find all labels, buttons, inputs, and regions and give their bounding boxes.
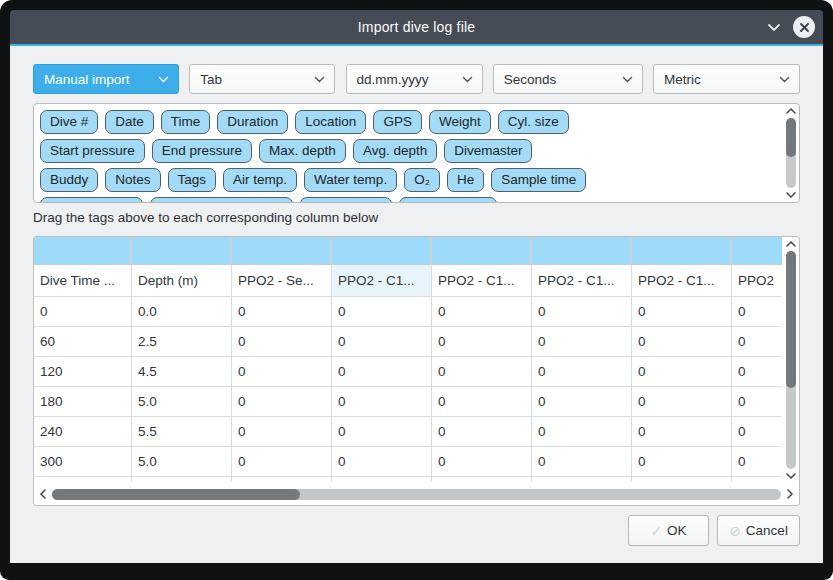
tag[interactable]: GPS [373,110,422,134]
table-cell: 0 [532,417,632,447]
tag[interactable]: Location [295,110,366,134]
import-type-select[interactable]: Manual import [33,64,179,94]
column-header[interactable]: Depth (m) [132,265,232,297]
tag[interactable]: Date [105,110,154,134]
table-cell: 5.0 [132,447,232,477]
table-row: 300 5.0 0 0 0 0 0 0 [34,447,782,477]
tag[interactable]: End pressure [152,139,252,163]
table-cell: 0 [732,417,782,447]
table-cell: 0 [232,387,332,417]
column-drop-target[interactable] [732,237,782,264]
tag[interactable]: Sample pO₂ [300,197,393,203]
field-separator-select[interactable]: Tab [189,64,335,94]
tag-row: Buddy Notes Tags Air temp. Water temp. O… [40,165,780,194]
cancel-icon: ⊘ [729,523,741,539]
table-row [34,477,782,482]
table-cell: 0.0 [132,297,232,327]
table-cell: 60 [34,327,132,357]
tag[interactable]: Cyl. size [498,110,569,134]
scroll-right-icon[interactable] [786,488,794,500]
column-drop-target[interactable] [132,237,232,264]
table-scrollbar-horizontal[interactable] [34,483,799,505]
scroll-left-icon[interactable] [39,488,47,500]
tag[interactable]: Weight [429,110,491,134]
check-icon: ✓ [650,523,662,539]
tag[interactable]: Sample temperature [150,197,292,203]
column-drop-target[interactable] [632,237,732,264]
table-cell [232,477,332,482]
scrollbar-track[interactable] [52,489,781,500]
scrollbar-track[interactable] [786,251,796,469]
table-cell: 0 [332,297,432,327]
column-header[interactable]: Dive Time ... [34,265,132,297]
tag[interactable]: Notes [105,168,160,192]
tag[interactable]: Sample time [491,168,586,192]
scrollbar-thumb[interactable] [786,118,796,157]
tag[interactable]: Dive # [40,110,98,134]
tag[interactable]: Avg. depth [353,139,437,163]
column-header[interactable]: PPO2 [732,265,782,297]
tag[interactable]: Divemaster [444,139,532,163]
ok-button[interactable]: ✓ OK [628,515,709,546]
tag[interactable]: Sample depth [40,197,143,203]
column-header[interactable]: PPO2 - C1... [432,265,532,297]
cancel-button[interactable]: ⊘ Cancel [717,515,800,546]
table-cell: 0 [632,417,732,447]
scroll-down-icon[interactable] [785,191,797,199]
table-cell [632,477,732,482]
tag[interactable]: Air temp. [223,168,297,192]
table-cell: 0 [532,327,632,357]
table-cell: 0 [632,297,732,327]
table-cell [532,477,632,482]
tag-rows: Dive # Date Time Duration Location GPS W… [34,104,782,202]
tag-pool-scrollbar[interactable] [782,104,799,202]
column-drop-target[interactable] [432,237,532,264]
table-cell: 0 [532,447,632,477]
scroll-down-icon[interactable] [785,472,797,480]
tag[interactable]: Sample CNS [399,197,497,203]
instruction-text: Drag the tags above to each correspondin… [33,210,800,230]
table-cell: 0 [232,447,332,477]
table-scrollbar-vertical[interactable] [782,237,799,483]
tag[interactable]: Tags [168,168,217,192]
window-frame: Import dive log file Manual import Tab [0,0,833,580]
scrollbar-track[interactable] [786,118,796,188]
tag[interactable]: Start pressure [40,139,145,163]
tag[interactable]: Duration [217,110,288,134]
window-title: Import dive log file [358,19,476,35]
units-select[interactable]: Metric [653,64,800,94]
table-cell: 0 [332,357,432,387]
tag[interactable]: Buddy [40,168,98,192]
close-button[interactable] [793,16,815,38]
tag[interactable]: Water temp. [304,168,397,192]
tag[interactable]: He [447,168,484,192]
scroll-up-icon[interactable] [785,240,797,248]
cancel-label: Cancel [746,523,788,538]
tag[interactable]: Max. depth [259,139,346,163]
column-drop-target[interactable] [332,237,432,264]
chevron-down-icon [779,76,790,83]
scrollbar-thumb[interactable] [786,251,796,388]
column-header[interactable]: PPO2 - C1... [532,265,632,297]
tag[interactable]: Time [161,110,211,134]
scrollbar-thumb[interactable] [52,489,300,500]
table-cell: 0 [432,447,532,477]
table-cell [732,477,782,482]
table-cell: 0 [632,327,732,357]
tag-row: Sample depth Sample temperature Sample p… [40,194,780,202]
column-header[interactable]: PPO2 - C1... [632,265,732,297]
chevron-down-icon[interactable] [767,23,781,32]
column-header[interactable]: PPO2 - Se... [232,265,332,297]
chevron-down-icon [158,76,169,83]
combo-label: Seconds [504,72,557,87]
column-drop-target[interactable] [34,237,132,264]
duration-format-select[interactable]: Seconds [493,64,643,94]
column-drop-target[interactable] [232,237,332,264]
scroll-up-icon[interactable] [785,107,797,115]
column-drop-target[interactable] [532,237,632,264]
date-format-select[interactable]: dd.mm.yyyy [346,64,483,94]
table-cell: 0 [632,447,732,477]
tag[interactable]: O₂ [404,168,440,192]
titlebar[interactable]: Import dive log file [10,10,823,44]
column-header[interactable]: PPO2 - C1... [332,265,432,297]
